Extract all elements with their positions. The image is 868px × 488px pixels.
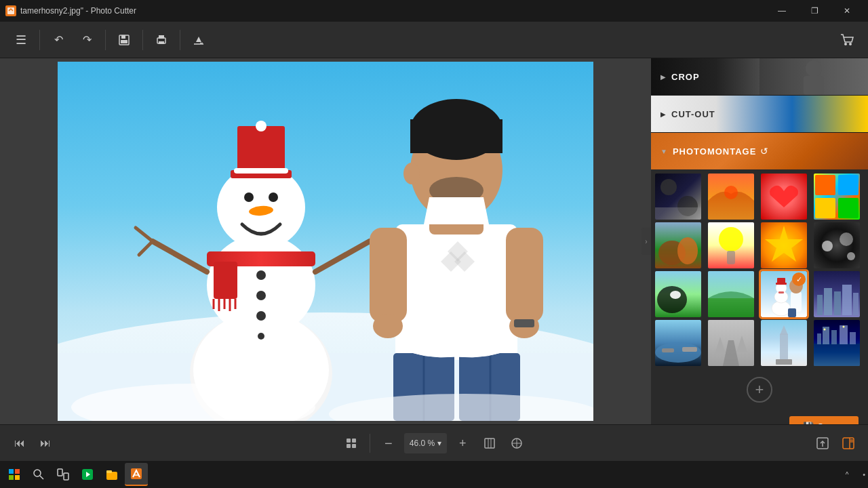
svg-point-31 [256, 270, 266, 280]
file-explorer-button[interactable] [100, 463, 123, 486]
chevron-up-button[interactable]: ^ [835, 463, 859, 486]
svg-rect-92 [824, 288, 832, 315]
close-button[interactable]: ✕ [831, 0, 863, 22]
svg-rect-62 [804, 76, 824, 95]
svg-rect-102 [780, 333, 788, 361]
svg-marker-46 [424, 197, 489, 224]
add-background-button[interactable]: + [747, 377, 772, 403]
save-button[interactable]: 💾 Save... [789, 416, 859, 424]
svg-point-61 [806, 60, 822, 77]
next-icon: ⏭ [40, 437, 51, 449]
thumbnails-grid: ✓ [651, 169, 868, 370]
photomontage-title: PHOTOMONTAGE [673, 146, 756, 157]
svg-rect-6 [159, 41, 164, 44]
zoom-out-icon: − [384, 436, 393, 450]
start-button[interactable] [3, 463, 26, 486]
svg-rect-134 [58, 469, 62, 476]
svg-rect-105 [814, 344, 860, 366]
export-button[interactable] [811, 432, 834, 455]
zoom-in-button[interactable]: + [451, 432, 474, 455]
thumbnail-12[interactable] [814, 271, 860, 317]
photo-scene [58, 62, 593, 421]
thumbnail-11[interactable]: ✓ [761, 271, 807, 317]
fill-icon [193, 34, 205, 46]
svg-rect-131 [15, 475, 20, 480]
thumbnail-10[interactable] [708, 271, 754, 317]
grid-view-button[interactable] [340, 432, 363, 455]
svg-rect-128 [9, 469, 14, 474]
photomontage-header[interactable]: ▼ PHOTOMONTAGE ↺ [651, 133, 868, 169]
crop-preview [760, 58, 868, 95]
thumbnail-2[interactable] [708, 174, 754, 220]
prev-button[interactable]: ⏮ [8, 432, 31, 455]
svg-rect-115 [347, 444, 351, 448]
cutout-header[interactable]: ▶ CUT-OUT [651, 96, 868, 132]
svg-rect-104 [776, 359, 792, 365]
svg-rect-5 [159, 35, 164, 39]
right-panel: ▶ CROP ▶ CU [651, 58, 868, 424]
svg-point-79 [657, 286, 687, 313]
svg-rect-117 [485, 439, 494, 448]
zoom-controls: − 46.0 % ▾ + [340, 432, 528, 455]
svg-point-67 [724, 186, 738, 199]
task-view-button[interactable] [52, 463, 75, 486]
thumbnail-1[interactable] [655, 174, 701, 220]
undo-button[interactable]: ↶ [45, 27, 71, 53]
svg-point-111 [824, 329, 826, 331]
restore-button[interactable]: ❐ [799, 0, 830, 22]
svg-rect-66 [655, 207, 701, 220]
cutout-title: CUT-OUT [671, 109, 715, 119]
crop-header[interactable]: ▶ CROP [651, 58, 868, 95]
svg-rect-3 [121, 40, 127, 43]
zoom-display[interactable]: 46.0 % ▾ [404, 433, 447, 453]
crop-view-button[interactable] [505, 432, 528, 455]
panel-collapse-arrow[interactable]: › [642, 228, 651, 255]
grid-view-icon [345, 437, 357, 449]
toolbar-separator-2 [105, 30, 106, 50]
svg-point-20 [256, 121, 267, 131]
svg-point-78 [847, 252, 855, 260]
svg-rect-95 [853, 293, 859, 315]
svg-rect-106 [817, 333, 821, 344]
thumbnail-9[interactable] [655, 271, 701, 317]
photomontage-reset-icon[interactable]: ↺ [760, 146, 768, 157]
print-icon [155, 34, 167, 46]
app-icon [5, 5, 16, 16]
main-area: › ▶ CROP [0, 58, 868, 424]
fill-button[interactable] [186, 27, 212, 53]
svg-rect-86 [777, 278, 785, 284]
print-button[interactable] [149, 27, 174, 53]
thumbnail-5[interactable] [655, 222, 701, 268]
fit-icon [484, 437, 496, 449]
thumbnail-4[interactable] [814, 174, 860, 220]
thumbnail-7[interactable] [761, 222, 807, 268]
redo-button[interactable]: ↷ [74, 27, 100, 53]
search-button[interactable] [27, 463, 50, 486]
minimize-button[interactable]: — [766, 0, 797, 22]
menu-button[interactable]: ☰ [8, 27, 34, 53]
thumbnail-8[interactable] [814, 222, 860, 268]
toolbar-separator-3 [142, 30, 143, 50]
thumbnail-3[interactable] [761, 174, 807, 220]
photocutter-icon [130, 468, 142, 480]
cutout-arrow-icon: ▶ [660, 110, 666, 118]
fit-to-screen-button[interactable] [478, 432, 501, 455]
svg-point-9 [849, 43, 852, 45]
photocutter-button[interactable] [125, 463, 148, 486]
panel-toggle-button[interactable] [837, 432, 860, 455]
save-file-button[interactable] [111, 27, 137, 53]
crop-view-icon [511, 437, 523, 449]
media-player-button[interactable] [76, 463, 99, 486]
thumbnail-16[interactable] [814, 320, 860, 366]
thumbnail-15[interactable] [761, 320, 807, 366]
title-bar-controls: — ❐ ✕ [766, 0, 863, 22]
svg-rect-94 [842, 285, 852, 315]
next-button[interactable]: ⏭ [34, 432, 57, 455]
chevron-up-icon: ^ [846, 471, 849, 479]
zoom-out-button[interactable]: − [377, 432, 400, 455]
thumbnail-14[interactable] [708, 320, 754, 366]
cart-button[interactable] [834, 27, 860, 53]
task-view-icon [57, 468, 69, 481]
thumbnail-13[interactable] [655, 320, 701, 366]
thumbnail-6[interactable] [708, 222, 754, 268]
